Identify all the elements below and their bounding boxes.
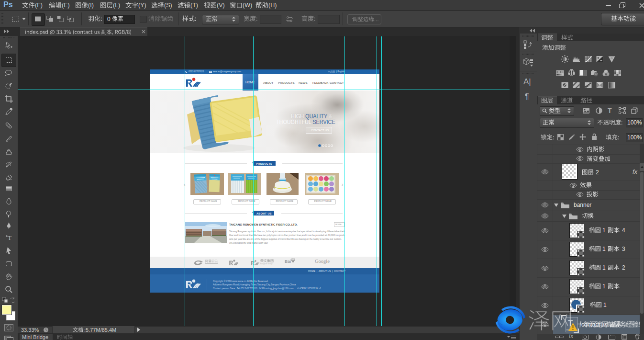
- svg-text:T: T: [8, 234, 11, 241]
